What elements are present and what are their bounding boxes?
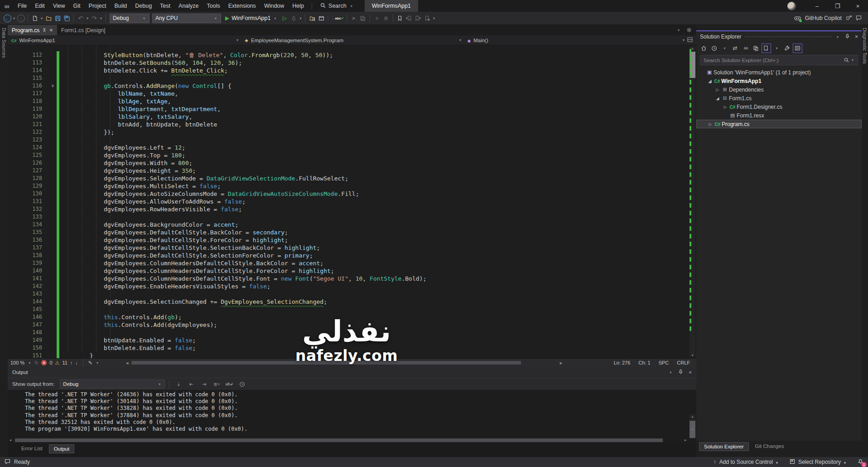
outdent-icon[interactable]: ≡ [372, 13, 381, 24]
tree-item-program-cs[interactable]: ▷C#Program.cs [696, 120, 862, 128]
tree-item-winformsapp1[interactable]: ◢C#WinFormsApp1 [696, 77, 862, 85]
search-options-chevron-icon[interactable]: ▾ [850, 58, 855, 62]
gear-icon[interactable] [686, 26, 692, 34]
tree-item-form1-cs[interactable]: ◢⊟Form1.cs [696, 94, 862, 102]
code-line[interactable]: 140 dgvEmployees.ColumnHeadersDefaultCel… [8, 267, 681, 275]
menu-extensions[interactable]: Extensions [224, 0, 260, 12]
tab-form1-cs-design-[interactable]: Form1.cs [Design] [57, 25, 109, 35]
code-line[interactable]: 143 [8, 290, 681, 298]
add-to-source-control-button[interactable]: ↑ Add to Source Control ▴ [714, 459, 778, 465]
code-line[interactable]: 114 btnDelete.Click += BtnDelete_Click; [8, 67, 681, 74]
hscroll-left-icon[interactable]: ◂ [126, 360, 129, 366]
code-line[interactable]: 151 } [8, 352, 681, 358]
prev-issue-icon[interactable]: ↑ [70, 360, 73, 365]
breadcrumb-employeemanagementsystem-program[interactable]: ❖EmployeeManagementSystem.Program▾ [241, 38, 464, 43]
filter-dropdown[interactable]: ▾ [720, 44, 729, 53]
code-line[interactable]: 137 dgvEmployees.DefaultCellStyle.Select… [8, 244, 681, 252]
maximize-button[interactable]: ❐ [827, 0, 848, 12]
code-line[interactable]: 131 dgvEmployees.AllowUserToAddRows = fa… [8, 198, 681, 205]
prev-bookmark-icon[interactable] [405, 13, 414, 24]
code-line[interactable]: 120 lblSalary, txtSalary, [8, 113, 681, 121]
redo-dropdown[interactable]: ▾ [99, 16, 103, 20]
search-control[interactable]: Search ▾ [316, 3, 358, 10]
pin-icon[interactable] [845, 34, 850, 40]
menu-view[interactable]: View [49, 0, 69, 12]
error-count[interactable]: 0 [49, 360, 52, 365]
code-line[interactable]: 132 dgvEmployees.RowHeadersVisible = fal… [8, 205, 681, 213]
notifications-button[interactable]: 1 [858, 458, 863, 466]
hot-reload-dropdown[interactable]: ▾ [298, 16, 303, 20]
scroll-up-icon[interactable]: ▲ [690, 415, 695, 418]
undo-dropdown[interactable]: ▾ [85, 16, 90, 20]
clear-bookmarks-icon[interactable] [423, 13, 432, 24]
open-file-icon[interactable] [44, 13, 53, 24]
window-position-chevron-icon[interactable]: ▾ [668, 370, 673, 375]
menu-test[interactable]: Test [156, 0, 174, 12]
code-line[interactable]: 145 [8, 306, 681, 313]
start-without-debugging-icon[interactable]: ▷ [280, 13, 289, 24]
menu-git[interactable]: Git [69, 0, 85, 12]
code-line[interactable]: 127 dgvEmployees.Height = 350; [8, 167, 681, 175]
user-avatar[interactable] [787, 2, 796, 10]
clear-all-icon[interactable]: ≣× [212, 382, 222, 387]
switch-views-icon[interactable] [699, 44, 709, 53]
pending-changes-filter-icon[interactable] [709, 44, 719, 53]
undo-icon[interactable]: ↶ [76, 13, 85, 24]
tree-item-form1-designer-cs[interactable]: ▷C#Form1.Designer.cs [696, 102, 862, 111]
hscroll-right-icon[interactable]: ▸ [685, 438, 686, 442]
code-line[interactable]: 117 lblName, txtName, [8, 90, 681, 97]
code-line[interactable]: 118 lblAge, txtAge, [8, 97, 681, 105]
menu-project[interactable]: Project [85, 0, 111, 12]
code-line[interactable]: 129 dgvEmployees.MultiSelect = false; [8, 182, 681, 190]
code-editor[interactable]: 112 StyleButton(btnDelete, "🗑 Delete", C… [8, 45, 696, 358]
split-editor-icon[interactable] [687, 37, 693, 43]
panel-tab-output[interactable]: Output [49, 444, 75, 453]
github-copilot-icon[interactable] [794, 15, 801, 21]
close-button[interactable]: × [848, 0, 868, 12]
code-line[interactable]: 115 [8, 74, 681, 82]
code-line[interactable]: 136 dgvEmployees.DefaultCellStyle.ForeCo… [8, 236, 681, 244]
timestamp-icon[interactable] [237, 381, 247, 387]
menu-debug[interactable]: Debug [131, 0, 156, 12]
tree-expanded-icon[interactable]: ◢ [707, 79, 713, 83]
redo-icon[interactable]: ↷ [90, 13, 99, 24]
tree-expanded-icon[interactable]: ◢ [714, 96, 721, 101]
close-tab-icon[interactable]: ✕ [49, 28, 53, 33]
copilot-label[interactable]: GitHub Copilot [805, 15, 842, 21]
find-in-files-icon[interactable] [308, 13, 317, 24]
code-line[interactable]: 126 dgvEmployees.Width = 800; [8, 159, 681, 167]
pin-icon[interactable]: ⊼ [43, 28, 46, 33]
copy-icon[interactable] [358, 13, 367, 24]
fold-arrow-icon[interactable]: ∨ [51, 82, 54, 90]
warning-count[interactable]: 11 [62, 360, 67, 365]
jump-to-message-icon[interactable]: ⇣ [174, 381, 183, 387]
save-icon[interactable] [53, 13, 62, 24]
new-window-icon[interactable] [317, 13, 326, 24]
code-line[interactable]: 122 }); [8, 128, 681, 136]
panel-tab-git-changes[interactable]: Git Changes [751, 442, 789, 450]
tree-item-solution-winformsapp1-1-of-1-project-[interactable]: ▣Solution 'WinFormsApp1' (1 of 1 project… [696, 68, 862, 77]
scroll-down-icon[interactable]: ▼ [690, 354, 695, 357]
output-vertical-scrollbar[interactable]: ▲ ▼ [690, 414, 695, 432]
code-line[interactable]: 150 btnDelete.Enabled = false; [8, 344, 681, 352]
code-line[interactable]: 121 btnAdd, btnUpdate, btnDelete [8, 121, 681, 128]
tab-overflow-chevron-icon[interactable]: ▾ [676, 28, 681, 32]
menu-build[interactable]: Build [110, 0, 131, 12]
navigate-backward-icon[interactable]: ← [3, 13, 12, 24]
code-line[interactable]: 148 [8, 329, 681, 336]
tab-program-cs[interactable]: Program.cs⊼✕ [8, 25, 57, 35]
eol-mode[interactable]: CRLF [677, 360, 690, 365]
tree-item-form1-resx[interactable]: ▤Form1.resx [696, 111, 862, 120]
sync-icon[interactable]: ⇄ [730, 44, 740, 53]
feedback-icon[interactable] [856, 15, 862, 22]
drag-grip[interactable] [745, 36, 832, 38]
code-line[interactable]: 119 lblDepartment, txtDepartment, [8, 105, 681, 113]
prev-message-icon[interactable]: ⇤ [186, 381, 196, 387]
zoom-level-dropdown[interactable]: 100 % [10, 360, 24, 365]
menu-analyze[interactable]: Analyze [174, 0, 203, 12]
code-line[interactable]: 142 dgvEmployees.EnableHeadersVisualStyl… [8, 282, 681, 290]
sync-dropdown[interactable]: ▾ [772, 44, 781, 53]
code-line[interactable]: 141 dgvEmployees.ColumnHeadersDefaultCel… [8, 275, 681, 282]
code-line[interactable]: 134 dgvEmployees.BackgroundColor = accen… [8, 221, 681, 229]
code-line[interactable]: 113 btnDelete.SetBounds(560, 104, 120, 3… [8, 59, 681, 67]
